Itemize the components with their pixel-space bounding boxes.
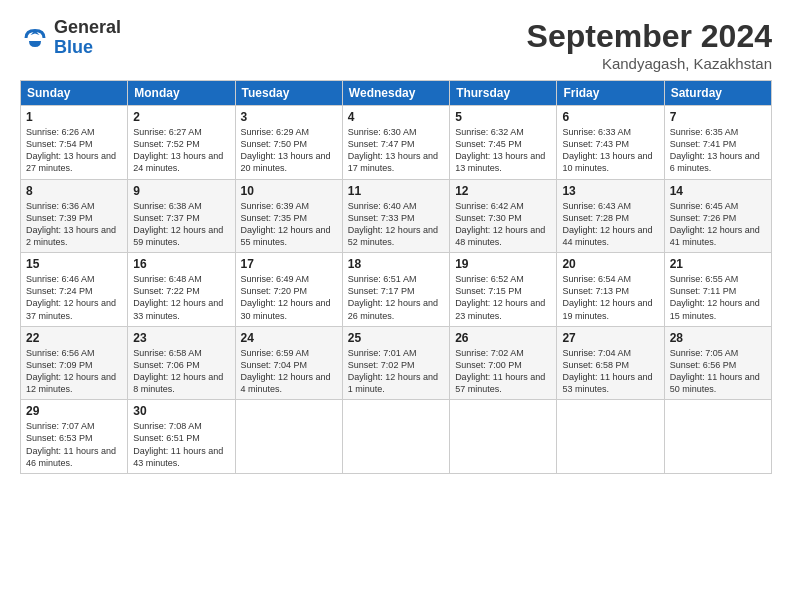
day-number: 5 [455,110,551,124]
day-detail: Sunrise: 7:01 AM Sunset: 7:02 PM Dayligh… [348,347,444,396]
th-sunday: Sunday [21,81,128,106]
cell-content: 16Sunrise: 6:48 AM Sunset: 7:22 PM Dayli… [133,257,229,322]
calendar-cell [557,400,664,474]
calendar-cell: 11Sunrise: 6:40 AM Sunset: 7:33 PM Dayli… [342,179,449,253]
day-detail: Sunrise: 6:27 AM Sunset: 7:52 PM Dayligh… [133,126,229,175]
calendar-cell: 28Sunrise: 7:05 AM Sunset: 6:56 PM Dayli… [664,326,771,400]
day-number: 6 [562,110,658,124]
calendar-cell [664,400,771,474]
calendar-cell: 14Sunrise: 6:45 AM Sunset: 7:26 PM Dayli… [664,179,771,253]
th-saturday: Saturday [664,81,771,106]
day-detail: Sunrise: 7:02 AM Sunset: 7:00 PM Dayligh… [455,347,551,396]
day-detail: Sunrise: 6:48 AM Sunset: 7:22 PM Dayligh… [133,273,229,322]
th-friday: Friday [557,81,664,106]
day-number: 22 [26,331,122,345]
title-section: September 2024 Kandyagash, Kazakhstan [527,18,772,72]
main-title: September 2024 [527,18,772,55]
calendar-cell: 10Sunrise: 6:39 AM Sunset: 7:35 PM Dayli… [235,179,342,253]
cell-content: 1Sunrise: 6:26 AM Sunset: 7:54 PM Daylig… [26,110,122,175]
calendar-cell: 13Sunrise: 6:43 AM Sunset: 7:28 PM Dayli… [557,179,664,253]
day-number: 19 [455,257,551,271]
day-detail: Sunrise: 6:49 AM Sunset: 7:20 PM Dayligh… [241,273,337,322]
calendar-week-2: 8Sunrise: 6:36 AM Sunset: 7:39 PM Daylig… [21,179,772,253]
day-detail: Sunrise: 7:08 AM Sunset: 6:51 PM Dayligh… [133,420,229,469]
day-number: 4 [348,110,444,124]
cell-content: 27Sunrise: 7:04 AM Sunset: 6:58 PM Dayli… [562,331,658,396]
day-detail: Sunrise: 6:40 AM Sunset: 7:33 PM Dayligh… [348,200,444,249]
calendar-cell: 25Sunrise: 7:01 AM Sunset: 7:02 PM Dayli… [342,326,449,400]
calendar-cell: 15Sunrise: 6:46 AM Sunset: 7:24 PM Dayli… [21,253,128,327]
calendar-cell: 18Sunrise: 6:51 AM Sunset: 7:17 PM Dayli… [342,253,449,327]
calendar-cell: 24Sunrise: 6:59 AM Sunset: 7:04 PM Dayli… [235,326,342,400]
calendar-week-4: 22Sunrise: 6:56 AM Sunset: 7:09 PM Dayli… [21,326,772,400]
day-detail: Sunrise: 6:33 AM Sunset: 7:43 PM Dayligh… [562,126,658,175]
day-number: 1 [26,110,122,124]
calendar-cell: 8Sunrise: 6:36 AM Sunset: 7:39 PM Daylig… [21,179,128,253]
logo: General Blue [20,18,121,58]
day-number: 23 [133,331,229,345]
logo-icon [20,23,50,53]
cell-content: 3Sunrise: 6:29 AM Sunset: 7:50 PM Daylig… [241,110,337,175]
calendar-cell: 26Sunrise: 7:02 AM Sunset: 7:00 PM Dayli… [450,326,557,400]
day-number: 18 [348,257,444,271]
calendar-body: 1Sunrise: 6:26 AM Sunset: 7:54 PM Daylig… [21,106,772,474]
th-thursday: Thursday [450,81,557,106]
day-number: 17 [241,257,337,271]
day-number: 30 [133,404,229,418]
day-detail: Sunrise: 6:55 AM Sunset: 7:11 PM Dayligh… [670,273,766,322]
day-number: 28 [670,331,766,345]
cell-content: 4Sunrise: 6:30 AM Sunset: 7:47 PM Daylig… [348,110,444,175]
logo-blue-text: Blue [54,38,121,58]
day-number: 9 [133,184,229,198]
calendar-week-1: 1Sunrise: 6:26 AM Sunset: 7:54 PM Daylig… [21,106,772,180]
logo-text: General Blue [54,18,121,58]
cell-content: 15Sunrise: 6:46 AM Sunset: 7:24 PM Dayli… [26,257,122,322]
calendar-cell [450,400,557,474]
day-number: 14 [670,184,766,198]
day-detail: Sunrise: 6:45 AM Sunset: 7:26 PM Dayligh… [670,200,766,249]
day-number: 15 [26,257,122,271]
logo-general-text: General [54,18,121,38]
weekday-row: Sunday Monday Tuesday Wednesday Thursday… [21,81,772,106]
cell-content: 28Sunrise: 7:05 AM Sunset: 6:56 PM Dayli… [670,331,766,396]
calendar-cell: 17Sunrise: 6:49 AM Sunset: 7:20 PM Dayli… [235,253,342,327]
day-number: 26 [455,331,551,345]
cell-content: 29Sunrise: 7:07 AM Sunset: 6:53 PM Dayli… [26,404,122,469]
cell-content: 18Sunrise: 6:51 AM Sunset: 7:17 PM Dayli… [348,257,444,322]
day-number: 12 [455,184,551,198]
cell-content: 8Sunrise: 6:36 AM Sunset: 7:39 PM Daylig… [26,184,122,249]
cell-content: 23Sunrise: 6:58 AM Sunset: 7:06 PM Dayli… [133,331,229,396]
cell-content: 26Sunrise: 7:02 AM Sunset: 7:00 PM Dayli… [455,331,551,396]
calendar-cell: 19Sunrise: 6:52 AM Sunset: 7:15 PM Dayli… [450,253,557,327]
day-detail: Sunrise: 6:58 AM Sunset: 7:06 PM Dayligh… [133,347,229,396]
day-number: 2 [133,110,229,124]
day-detail: Sunrise: 6:35 AM Sunset: 7:41 PM Dayligh… [670,126,766,175]
day-number: 21 [670,257,766,271]
subtitle: Kandyagash, Kazakhstan [527,55,772,72]
calendar-cell: 20Sunrise: 6:54 AM Sunset: 7:13 PM Dayli… [557,253,664,327]
day-number: 24 [241,331,337,345]
calendar-cell: 22Sunrise: 6:56 AM Sunset: 7:09 PM Dayli… [21,326,128,400]
day-number: 3 [241,110,337,124]
cell-content: 21Sunrise: 6:55 AM Sunset: 7:11 PM Dayli… [670,257,766,322]
cell-content: 19Sunrise: 6:52 AM Sunset: 7:15 PM Dayli… [455,257,551,322]
calendar: Sunday Monday Tuesday Wednesday Thursday… [20,80,772,474]
day-detail: Sunrise: 6:32 AM Sunset: 7:45 PM Dayligh… [455,126,551,175]
day-detail: Sunrise: 6:52 AM Sunset: 7:15 PM Dayligh… [455,273,551,322]
calendar-cell: 4Sunrise: 6:30 AM Sunset: 7:47 PM Daylig… [342,106,449,180]
calendar-week-5: 29Sunrise: 7:07 AM Sunset: 6:53 PM Dayli… [21,400,772,474]
th-wednesday: Wednesday [342,81,449,106]
day-detail: Sunrise: 6:26 AM Sunset: 7:54 PM Dayligh… [26,126,122,175]
calendar-cell: 30Sunrise: 7:08 AM Sunset: 6:51 PM Dayli… [128,400,235,474]
cell-content: 5Sunrise: 6:32 AM Sunset: 7:45 PM Daylig… [455,110,551,175]
day-detail: Sunrise: 6:54 AM Sunset: 7:13 PM Dayligh… [562,273,658,322]
day-detail: Sunrise: 6:39 AM Sunset: 7:35 PM Dayligh… [241,200,337,249]
calendar-cell: 3Sunrise: 6:29 AM Sunset: 7:50 PM Daylig… [235,106,342,180]
cell-content: 2Sunrise: 6:27 AM Sunset: 7:52 PM Daylig… [133,110,229,175]
calendar-cell: 29Sunrise: 7:07 AM Sunset: 6:53 PM Dayli… [21,400,128,474]
cell-content: 20Sunrise: 6:54 AM Sunset: 7:13 PM Dayli… [562,257,658,322]
day-detail: Sunrise: 6:43 AM Sunset: 7:28 PM Dayligh… [562,200,658,249]
day-number: 16 [133,257,229,271]
calendar-header: Sunday Monday Tuesday Wednesday Thursday… [21,81,772,106]
th-tuesday: Tuesday [235,81,342,106]
